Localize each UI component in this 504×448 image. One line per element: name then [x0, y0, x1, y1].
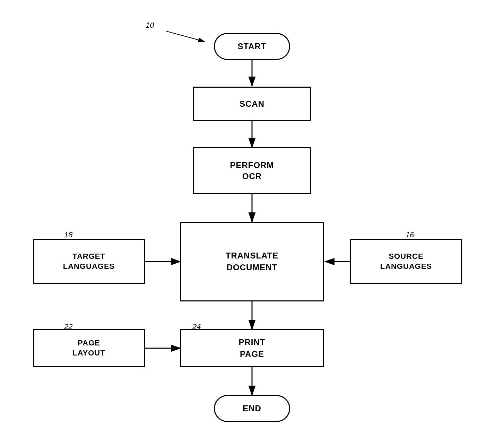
start-node: START [214, 33, 290, 60]
ref-16-label: 16 [406, 230, 414, 239]
scan-node: SCAN [193, 87, 311, 121]
diagram-container: 10 START 12 SCAN 14 PERFORM OCR 18 TARGE… [0, 0, 504, 448]
ref-10-label: 10 [146, 21, 154, 30]
svg-line-9 [166, 31, 205, 42]
page-layout-node: PAGE LAYOUT [33, 329, 145, 367]
end-node: END [214, 395, 290, 422]
source-languages-node: SOURCE LANGUAGES [350, 239, 462, 284]
ref-18-label: 18 [64, 230, 72, 239]
translate-document-node: TRANSLATE DOCUMENT [180, 222, 324, 301]
print-page-node: PRINT PAGE [180, 329, 324, 367]
perform-ocr-node: PERFORM OCR [193, 147, 311, 194]
target-languages-node: TARGET LANGUAGES [33, 239, 145, 284]
